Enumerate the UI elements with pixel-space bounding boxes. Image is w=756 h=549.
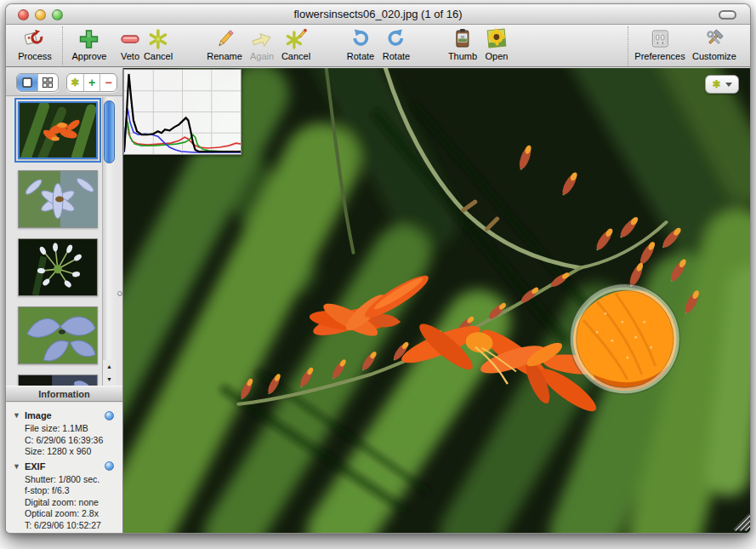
rotate-counterclockwise-icon: [384, 27, 409, 51]
thumbnail-4[interactable]: [18, 306, 98, 364]
preferences-label: Preferences: [634, 51, 685, 61]
thumbnail-1[interactable]: [18, 101, 98, 159]
rotate-ccw-label: Rotate: [383, 51, 410, 61]
mark-veto-button[interactable]: −: [100, 74, 117, 91]
exif-section-header[interactable]: ▼ EXIF: [13, 461, 122, 472]
cancel-button[interactable]: Cancel: [144, 27, 173, 61]
customize-tools-icon: [702, 27, 727, 51]
veto-minus-icon: [117, 27, 143, 51]
window-title: flowersinsects06_020.jpg (1 of 16): [6, 8, 750, 20]
again-label: Again: [249, 51, 275, 61]
open-button[interactable]: Open: [484, 27, 509, 61]
scrollbar-buttons: ▲ ▼: [102, 360, 116, 386]
file-size-value: File size: 1.1MB: [25, 423, 122, 435]
view-single-button[interactable]: [17, 74, 38, 91]
approve-label: Approve: [72, 51, 107, 61]
disclosure-triangle-icon[interactable]: ▼: [13, 411, 20, 420]
image-section-orb-icon[interactable]: [105, 411, 114, 420]
veto-button[interactable]: Veto: [117, 27, 143, 61]
thumbnail-5-image: [19, 375, 97, 386]
single-view-icon: [21, 77, 33, 89]
sidebar: ✱ + −: [6, 68, 122, 533]
disclosure-triangle-icon[interactable]: ▼: [13, 462, 20, 471]
digital-zoom-value: Digital zoom: none: [25, 497, 122, 509]
chevron-down-icon: [725, 83, 732, 87]
screen: flowersinsects06_020.jpg (1 of 16) Proce…: [0, 0, 756, 549]
exif-section-orb-icon[interactable]: [105, 461, 114, 471]
histogram-overlay: [123, 69, 242, 155]
taken-date-value: T: 6/29/06 10:52:27: [25, 520, 122, 532]
again-button[interactable]: Again: [249, 27, 275, 61]
thumbnail-list: ▲ ▼: [6, 97, 122, 386]
rotate-ccw-button[interactable]: Rotate: [383, 27, 410, 61]
rename-label: Rename: [207, 51, 242, 61]
optical-zoom-value: Optical zoom: 2.8x: [25, 508, 122, 520]
mark-cancel-button[interactable]: ✱: [67, 74, 84, 91]
cancel-label: Cancel: [144, 51, 173, 61]
approve-button[interactable]: Approve: [72, 27, 107, 61]
asterisk-icon: ✱: [71, 77, 79, 88]
preferences-button[interactable]: Preferences: [634, 27, 685, 61]
toolbar: Process Approve Veto Cancel: [6, 25, 750, 67]
cancel-rename-button[interactable]: Cancel: [281, 27, 310, 61]
scroll-down-button[interactable]: ▼: [103, 373, 116, 386]
information-header-label: Information: [38, 389, 90, 399]
rotate-clockwise-icon: [348, 27, 373, 51]
toolbar-separator: [62, 26, 63, 66]
thumbnail-4-image: [19, 307, 97, 363]
rotate-cw-button[interactable]: Rotate: [347, 27, 374, 61]
customize-button[interactable]: Customize: [692, 27, 736, 61]
cancel-asterisk-icon: [145, 27, 171, 51]
process-button[interactable]: Process: [18, 27, 52, 61]
open-label: Open: [484, 51, 509, 61]
preferences-icon: [647, 27, 673, 51]
created-date-value: C: 6/29/06 16:39:36: [25, 435, 122, 447]
thumbnail-2-image: [19, 171, 97, 227]
thumbnail-3[interactable]: [18, 238, 98, 296]
rotate-cw-label: Rotate: [347, 51, 374, 61]
approve-plus-icon: [77, 27, 102, 51]
app-window: flowersinsects06_020.jpg (1 of 16) Proce…: [5, 3, 751, 534]
exif-section-lines: Shutter: 1/800 sec. f-stop: f/6.3 Digita…: [25, 474, 122, 532]
again-arrow-icon: [249, 27, 275, 51]
title-bar: flowersinsects06_020.jpg (1 of 16): [6, 4, 750, 25]
toolbar-separator: [628, 26, 628, 66]
thumbnail-scrollbar-track[interactable]: [102, 97, 116, 386]
image-section-header[interactable]: ▼ Image: [13, 410, 122, 420]
thumb-button[interactable]: Thumb: [448, 27, 477, 61]
image-section-lines: File size: 1.1MB C: 6/29/06 16:39:36 Siz…: [25, 423, 122, 458]
histogram-chart: [124, 70, 241, 154]
open-sunflower-icon: [484, 27, 509, 51]
thumbnail-3-image: [19, 239, 97, 295]
rename-pencil-icon: [212, 27, 237, 51]
exif-section-title: EXIF: [25, 461, 105, 472]
tag-dropdown-button[interactable]: ✱: [705, 75, 739, 94]
information-header[interactable]: Information: [6, 386, 122, 402]
fstop-value: f-stop: f/6.3: [25, 485, 122, 497]
rename-button[interactable]: Rename: [207, 27, 242, 61]
cancel-rename-label: Cancel: [281, 51, 310, 61]
thumbnail-scrollbar-thumb[interactable]: [104, 100, 115, 163]
dimensions-value: Size: 1280 x 960: [25, 446, 122, 458]
process-label: Process: [18, 51, 52, 61]
thumbnail-2[interactable]: [18, 170, 98, 228]
asterisk-icon: ✱: [712, 79, 720, 89]
process-icon: [22, 27, 48, 51]
view-grid-button[interactable]: [38, 74, 59, 91]
grid-view-icon: [42, 77, 54, 89]
plus-icon: +: [88, 77, 95, 89]
cancel-pencil-asterisk-icon: [283, 27, 309, 51]
mark-approve-button[interactable]: +: [84, 74, 101, 91]
content: ✱ + −: [6, 68, 750, 533]
customize-label: Customize: [692, 51, 736, 61]
toolbar-toggle-button[interactable]: [719, 10, 736, 20]
scroll-up-button[interactable]: ▲: [103, 360, 116, 373]
shutter-value: Shutter: 1/800 sec.: [25, 474, 122, 486]
image-preview-area[interactable]: ✱: [123, 68, 750, 533]
thumb-clipboard-icon: [450, 27, 475, 51]
thumbnail-5[interactable]: [18, 375, 98, 386]
information-panel: ▼ Image File size: 1.1MB C: 6/29/06 16:3…: [6, 403, 122, 533]
tag-segmented-control: ✱ + −: [66, 73, 117, 92]
thumb-label: Thumb: [448, 51, 477, 61]
sidebar-controls: ✱ + −: [6, 68, 122, 96]
